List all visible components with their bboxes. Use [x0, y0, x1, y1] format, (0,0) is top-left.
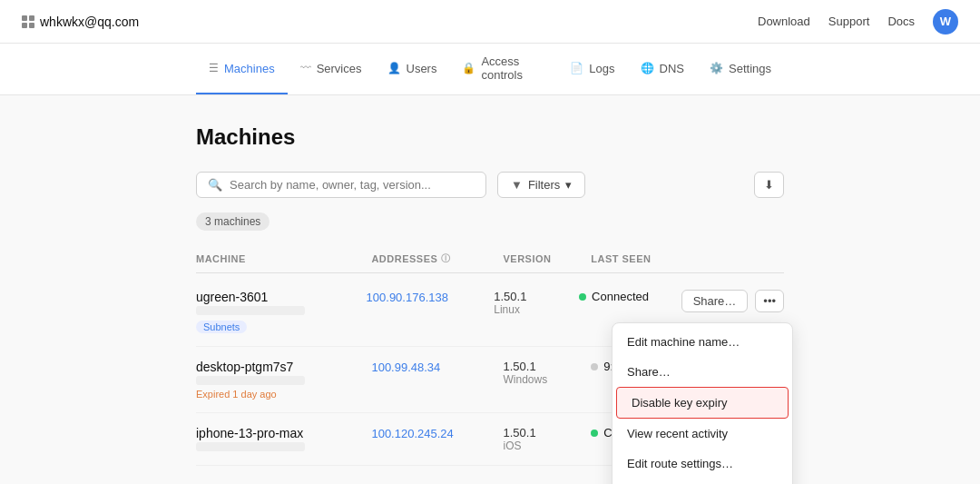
status-dot-green-1: [579, 293, 586, 301]
machine-cell-1: ugreen-3601 Subnets: [196, 290, 367, 333]
machines-icon: ☰: [209, 62, 219, 74]
col-machine: MACHINE: [196, 252, 371, 265]
address-cell-1: 100.90.176.138: [367, 290, 495, 304]
os-2: Windows: [504, 373, 592, 386]
address-cell-2: 100.99.48.34: [371, 360, 503, 374]
grid-icon: [22, 15, 34, 28]
version-cell-2: 1.50.1 Windows: [504, 360, 592, 386]
filter-label: Filters: [528, 178, 560, 192]
address-link-3[interactable]: 100.120.245.24: [371, 427, 453, 440]
nav-label-machines: Machines: [224, 62, 275, 75]
dropdown-edit-route[interactable]: Edit route settings…: [612, 449, 792, 479]
dropdown-disable-key-expiry[interactable]: Disable key expiry: [616, 387, 789, 419]
table-header: MACHINE ADDRESSES ⓘ VERSION LAST SEEN: [196, 245, 784, 273]
nav-item-settings[interactable]: ⚙️ Settings: [697, 44, 784, 94]
version-cell-1: 1.50.1 Linux: [494, 290, 579, 316]
nav-item-logs[interactable]: 📄 Logs: [557, 44, 627, 94]
dropdown-view-activity[interactable]: View recent activity: [612, 419, 792, 449]
machine-expired-2: Expired 1 day ago: [196, 389, 371, 400]
nav-item-services[interactable]: 〰 Services: [288, 44, 375, 94]
machine-name-3: iphone-13-pro-max: [196, 426, 371, 440]
machine-cell-2: desktop-ptgm7s7 Expired 1 day ago: [196, 360, 371, 400]
topbar-logo: whkwkx@qq.com: [22, 15, 139, 29]
nav-label-dns: DNS: [660, 62, 684, 75]
nav-label-users: Users: [407, 62, 437, 75]
nav-item-access-controls[interactable]: 🔒 Access controls: [449, 44, 557, 94]
docs-link[interactable]: Docs: [887, 15, 915, 28]
version-1: 1.50.1: [494, 290, 579, 303]
services-icon: 〰: [300, 62, 311, 74]
download-icon: ⬇: [764, 178, 774, 192]
dropdown-edit-name[interactable]: Edit machine name…: [612, 327, 792, 357]
search-input[interactable]: [230, 178, 475, 192]
filters-button[interactable]: ▼ Filters ▾: [497, 172, 585, 198]
os-3: iOS: [504, 440, 592, 452]
address-link-1[interactable]: 100.90.176.138: [367, 291, 448, 304]
nav-label-access-controls: Access controls: [481, 54, 544, 82]
nav-item-dns[interactable]: 🌐 DNS: [628, 44, 697, 94]
col-addresses: ADDRESSES ⓘ: [371, 252, 503, 265]
machine-name-2: desktop-ptgm7s7: [196, 360, 371, 374]
dns-icon: 🌐: [641, 62, 654, 74]
machine-name-1: ugreen-3601: [196, 290, 367, 304]
filter-icon: ▼: [511, 178, 523, 192]
col-last-seen: LAST SEEN: [591, 252, 696, 265]
info-icon: ⓘ: [441, 252, 451, 265]
download-button[interactable]: ⬇: [754, 172, 784, 198]
os-1: Linux: [494, 303, 579, 316]
topbar-right: Download Support Docs W: [758, 9, 958, 35]
search-box[interactable]: 🔍: [196, 172, 486, 198]
version-2: 1.50.1: [504, 360, 592, 373]
status-text-1: Connected: [592, 290, 649, 303]
nav-label-settings: Settings: [729, 62, 771, 75]
nav: ☰ Machines 〰 Services 👤 Users 🔒 Access c…: [0, 44, 980, 95]
machine-id-3: [196, 442, 305, 451]
nav-item-machines[interactable]: ☰ Machines: [196, 44, 288, 94]
machine-id-1: [196, 306, 305, 315]
page-title: Machines: [196, 124, 784, 150]
machine-cell-3: iphone-13-pro-max: [196, 426, 371, 451]
status-dot-green-3: [591, 430, 598, 437]
address-cell-3: 100.120.245.24: [371, 426, 503, 440]
settings-icon: ⚙️: [710, 62, 723, 74]
status-dot-gray-2: [591, 363, 598, 370]
more-button-1[interactable]: •••: [755, 290, 784, 312]
dropdown-menu: Edit machine name… Share… Disable key ex…: [612, 322, 793, 484]
version-3: 1.50.1: [504, 426, 592, 440]
address-link-2[interactable]: 100.99.48.34: [371, 361, 440, 374]
status-1: Connected: [579, 290, 649, 303]
search-icon: 🔍: [208, 178, 222, 192]
logs-icon: 📄: [570, 62, 583, 74]
chevron-down-icon: ▾: [565, 178, 572, 192]
nav-item-users[interactable]: 👤 Users: [375, 44, 450, 94]
topbar-email: whkwkx@qq.com: [40, 15, 139, 29]
version-cell-3: 1.50.1 iOS: [504, 426, 592, 452]
table-row: ugreen-3601 Subnets 100.90.176.138 1.50.…: [196, 277, 784, 347]
col-actions: [696, 252, 784, 265]
row-actions-1: Share… •••: [681, 290, 784, 312]
dropdown-edit-acl[interactable]: Edit ACL tags…: [612, 479, 792, 484]
machine-id-2: [196, 376, 305, 385]
topbar-left: whkwkx@qq.com: [22, 15, 139, 29]
support-link[interactable]: Support: [828, 15, 870, 28]
machine-count-badge: 3 machines: [196, 212, 270, 231]
col-version: VERSION: [504, 252, 592, 265]
avatar[interactable]: W: [933, 9, 958, 35]
nav-label-services: Services: [317, 62, 362, 75]
actions-cell-1: Share… ••• Edit machine name… Share… Dis…: [681, 290, 784, 312]
nav-label-logs: Logs: [589, 62, 614, 75]
last-seen-cell-1: Connected: [579, 290, 681, 303]
download-link[interactable]: Download: [758, 15, 810, 28]
dropdown-share[interactable]: Share…: [612, 357, 792, 387]
users-icon: 👤: [387, 62, 401, 74]
main-content: Machines 🔍 ▼ Filters ▾ ⬇ 3 machines MACH…: [0, 95, 980, 484]
lock-icon: 🔒: [462, 62, 475, 74]
machine-tag-1: Subnets: [196, 321, 247, 333]
topbar: whkwkx@qq.com Download Support Docs W: [0, 0, 980, 44]
share-button-1[interactable]: Share…: [681, 290, 749, 312]
toolbar: 🔍 ▼ Filters ▾ ⬇: [196, 172, 784, 198]
